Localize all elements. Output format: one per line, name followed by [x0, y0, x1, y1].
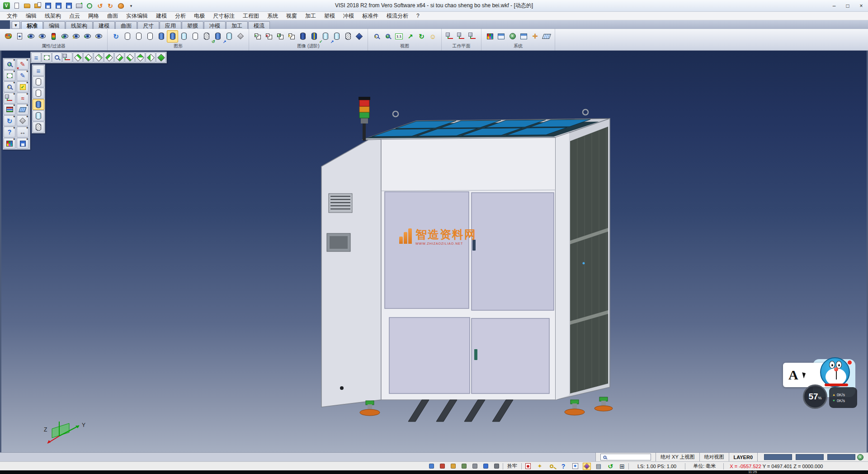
menu-item-15[interactable]: 加工	[301, 12, 320, 20]
advanced-shaded-icon[interactable]	[297, 30, 308, 43]
advanced-striped-icon[interactable]	[308, 30, 320, 43]
menu-item-8[interactable]: 建模	[152, 12, 171, 20]
menu-item-2[interactable]: 编辑	[22, 12, 41, 20]
advanced-filter-icon[interactable]	[263, 30, 274, 43]
view-mode-indicator[interactable]: 绝对 XY 上视图	[656, 453, 699, 461]
open-file-icon[interactable]	[23, 2, 32, 10]
status-icon-7[interactable]	[492, 463, 500, 470]
workplane-align-icon[interactable]	[467, 30, 478, 43]
render-outline-icon[interactable]	[189, 30, 201, 43]
table-settings-icon[interactable]	[518, 30, 529, 43]
tab-caret-button[interactable]: ▼	[12, 21, 20, 29]
search-box[interactable]	[600, 454, 651, 460]
tab-6[interactable]: 尺寸	[137, 21, 159, 29]
menu-item-10[interactable]: 电极	[190, 12, 209, 20]
save-all-icon[interactable]	[64, 2, 73, 10]
attributes-palette-icon[interactable]	[3, 30, 14, 43]
advanced-refresh-icon[interactable]	[274, 30, 286, 43]
menu-item-18[interactable]: 标准件	[358, 12, 382, 20]
advanced-validate-icon[interactable]	[320, 30, 331, 43]
zoom-in-out-icon[interactable]	[371, 30, 382, 43]
insert-file-icon[interactable]	[33, 2, 42, 10]
save-as-icon[interactable]	[54, 2, 63, 10]
maximize-button[interactable]: □	[841, 1, 854, 11]
menu-item-6[interactable]: 曲面	[103, 12, 122, 20]
undo-icon[interactable]: ↺	[95, 2, 104, 10]
render-copy-icon[interactable]	[223, 30, 235, 43]
machine-3d-model[interactable]: Z Y	[1, 51, 868, 452]
status-icon-2[interactable]	[438, 463, 446, 470]
lock-stamp-icon[interactable]	[524, 463, 532, 470]
advanced-box-icon[interactable]	[331, 30, 342, 43]
tab-7[interactable]: 应用	[160, 21, 181, 29]
menu-item-1[interactable]: 文件	[3, 12, 22, 20]
3d-viewport[interactable]: ≡ ✎✎✓≈↻?↔ ≡	[0, 51, 868, 452]
layer-indicator[interactable]: LAYER0	[729, 453, 757, 461]
menu-item-7[interactable]: 实体编辑	[122, 12, 152, 20]
advanced-hatched-icon[interactable]	[342, 30, 354, 43]
menu-item-9[interactable]: 分析	[171, 12, 190, 20]
grid-window-icon[interactable]: ⊞	[618, 463, 626, 470]
refresh-visibility-icon[interactable]	[59, 30, 71, 43]
menu-item-19[interactable]: 模流分析	[382, 12, 412, 20]
layer-window-icon[interactable]	[495, 30, 507, 43]
magic-wand-icon[interactable]: ✦	[536, 463, 544, 470]
pan-view-icon[interactable]: ↗	[405, 30, 416, 43]
menu-item-12[interactable]: 工程图	[239, 12, 263, 20]
status-icon-1[interactable]	[427, 463, 435, 470]
tab-3[interactable]: 线架构	[66, 21, 93, 29]
show-all-icon[interactable]	[82, 30, 93, 43]
status-segment-2[interactable]	[796, 454, 824, 460]
units-indicator[interactable]: 单位: 毫米	[688, 463, 721, 469]
tab-2[interactable]: 编辑	[43, 21, 65, 29]
tab-10[interactable]: 加工	[226, 21, 248, 29]
render-shaded-icon[interactable]	[156, 30, 167, 43]
view-face-icon[interactable]: ☺	[427, 30, 439, 43]
menu-item-13[interactable]: 系统	[263, 12, 282, 20]
tab-9[interactable]: 冲模	[204, 21, 226, 29]
tab-8[interactable]: 塑膜	[182, 21, 203, 29]
workplane-axes-icon[interactable]	[444, 30, 456, 43]
status-icon-3[interactable]	[449, 463, 457, 470]
redraw-view-icon[interactable]: ↻	[416, 30, 427, 43]
render-shaded-edges-icon[interactable]	[167, 30, 178, 43]
rotate-icon[interactable]: ↺	[606, 463, 614, 470]
solid-view-icon[interactable]	[354, 30, 365, 43]
menu-item-17[interactable]: 冲模	[339, 12, 358, 20]
view-reference-indicator[interactable]: 绝对视图	[699, 453, 729, 461]
hide-entities-icon[interactable]	[37, 30, 48, 43]
menu-item-16[interactable]: 塑模	[320, 12, 339, 20]
visi-logo[interactable]: V	[2, 2, 11, 10]
cpu-percent-badge[interactable]: 57 %	[803, 384, 827, 409]
redo-icon[interactable]: ↻	[106, 2, 115, 10]
panel-toggle-square[interactable]	[0, 20, 10, 29]
minimize-button[interactable]: –	[827, 1, 841, 11]
search-input[interactable]	[609, 455, 645, 460]
render-settings-icon[interactable]	[235, 30, 246, 43]
advanced-toggle-icon[interactable]	[286, 30, 297, 43]
show-entities-icon[interactable]	[25, 30, 37, 43]
status-icon-6[interactable]	[481, 463, 490, 470]
ls-ps-indicator[interactable]: LS: 1.00 PS: 1.00	[631, 464, 683, 469]
filter-traffic-light-icon[interactable]	[48, 30, 59, 43]
tab-11[interactable]: 模流	[248, 21, 270, 29]
grid-settings-icon[interactable]	[541, 30, 552, 43]
render-hatched-icon[interactable]	[201, 30, 212, 43]
tab-1[interactable]: 标准	[21, 21, 43, 29]
lock-label[interactable]: 拴牢	[505, 463, 519, 469]
freeze-box-icon[interactable]: ✱	[571, 463, 579, 470]
key-icon[interactable]	[547, 463, 556, 470]
select-options-icon[interactable]: ✛	[529, 30, 541, 43]
status-icon-4[interactable]	[460, 463, 468, 470]
desktop-overlay-widget[interactable]: A 57 % 0K/s 0K/s	[781, 356, 860, 417]
render-hidden-line-icon[interactable]	[133, 30, 144, 43]
status-segment-3[interactable]	[827, 454, 855, 460]
quickbar-caret-icon[interactable]: ▾	[127, 2, 136, 10]
attribute-filter-icon[interactable]	[14, 30, 25, 43]
advanced-add-icon[interactable]	[252, 30, 263, 43]
assistant-icon[interactable]	[116, 2, 125, 10]
workbox-icon[interactable]	[583, 463, 591, 470]
save-icon[interactable]	[43, 2, 52, 10]
status-icon-5[interactable]	[471, 463, 479, 470]
new-file-icon[interactable]	[12, 2, 21, 10]
